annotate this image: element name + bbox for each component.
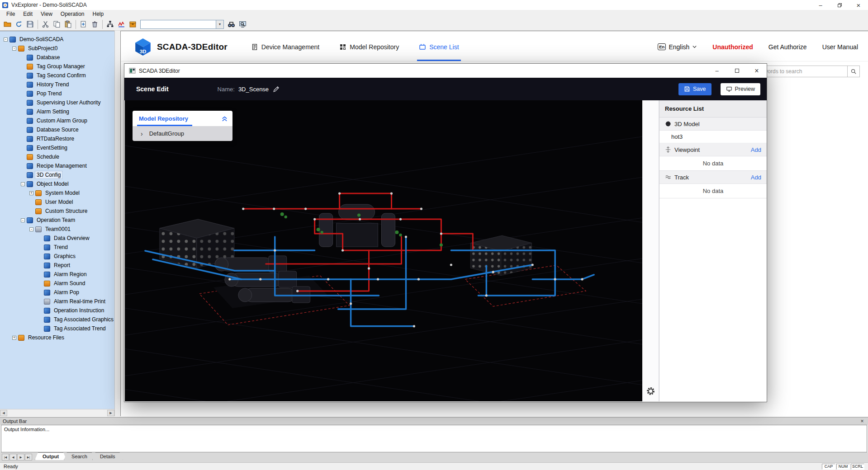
next-tab-icon[interactable]: ▶ <box>17 454 24 461</box>
resource-section-3d-model[interactable]: 3D Model <box>659 118 767 131</box>
dialog-close-button[interactable]: × <box>747 64 767 78</box>
first-tab-icon[interactable]: |◀ <box>2 454 9 461</box>
tree-item-alarm-region[interactable]: Alarm Region <box>0 270 114 279</box>
tab-search[interactable]: Search <box>64 452 95 460</box>
tree-item-recipe-management[interactable]: Recipe Management <box>0 161 114 170</box>
collapse-box-icon[interactable]: - <box>29 227 33 231</box>
output-close-icon[interactable]: × <box>859 418 865 424</box>
open-project-button[interactable] <box>2 19 13 30</box>
combo-dropdown-icon[interactable]: ▼ <box>216 20 224 29</box>
find-in-window-button[interactable] <box>237 19 248 30</box>
minimize-button[interactable]: – <box>811 0 830 10</box>
tree-item-tag-second-confirm[interactable]: Tag Second Confirm <box>0 71 114 80</box>
find-button[interactable] <box>226 19 237 30</box>
tab-device-management[interactable]: Device Management <box>251 33 319 61</box>
collapse-icon[interactable] <box>221 115 228 122</box>
scroll-left-icon[interactable]: ◀ <box>0 410 7 416</box>
settings-gear-icon[interactable] <box>646 386 655 396</box>
refresh-button[interactable] <box>13 19 24 30</box>
tree-item-alarm-real-time-print[interactable]: Alarm Real-time Print <box>0 297 114 306</box>
model-repository-header[interactable]: Model Repository <box>133 111 232 126</box>
tree-item-pop-trend[interactable]: Pop Trend <box>0 89 114 98</box>
tree-item-demo-soliscada[interactable]: -Demo-SoliSCADA <box>0 35 114 44</box>
menu-view[interactable]: View <box>37 10 56 18</box>
deploy-tree-button[interactable] <box>104 19 116 30</box>
tree-item-subproject0[interactable]: -SubProject0 <box>0 44 114 53</box>
tree-item-supervising-user-authority[interactable]: Supervising User Authority <box>0 98 114 107</box>
tree-item-graphics[interactable]: Graphics <box>0 252 114 261</box>
tree-item-schedule[interactable]: Schedule <box>0 152 114 161</box>
tree-item-team0001[interactable]: -Team0001 <box>0 225 114 234</box>
tree-item-tag-associated-trend[interactable]: Tag Associated Trend <box>0 324 114 333</box>
expand-chevron-icon[interactable]: › <box>141 130 143 137</box>
preview-button[interactable]: Preview <box>721 83 760 95</box>
tree-item-database-source[interactable]: Database Source <box>0 125 114 134</box>
search-button[interactable] <box>847 66 860 77</box>
language-selector[interactable]: En English <box>658 43 697 51</box>
tree-item-object-model[interactable]: -Object Model <box>0 179 114 188</box>
toolbar-combo-input[interactable] <box>140 20 216 29</box>
tree-horizontal-scrollbar[interactable]: ◀ ▶ <box>0 409 114 416</box>
tree-item-alarm-sound[interactable]: Alarm Sound <box>0 279 114 288</box>
tree-item-operation-team[interactable]: -Operation Team <box>0 216 114 225</box>
paste-button[interactable] <box>62 19 74 30</box>
tree-item-alarm-pop[interactable]: Alarm Pop <box>0 288 114 297</box>
collapse-box-icon[interactable]: - <box>4 38 8 42</box>
get-authorize-link[interactable]: Get Authorize <box>768 43 807 51</box>
save-button[interactable]: Save <box>678 83 711 95</box>
tree-item-custom-alarm-group[interactable]: Custom Alarm Group <box>0 116 114 125</box>
dialog-maximize-button[interactable] <box>727 64 747 78</box>
package-button[interactable] <box>127 19 138 30</box>
model-item-hot3[interactable]: hot3 <box>659 131 767 143</box>
model-group-row[interactable]: › DefaultGroup <box>133 126 232 141</box>
save-button[interactable] <box>24 19 36 30</box>
tab-output[interactable]: Output <box>35 452 66 460</box>
tree-item-data-overview[interactable]: Data Overview <box>0 234 114 243</box>
tree-item-alarm-setting[interactable]: Alarm Setting <box>0 107 114 116</box>
tree-item-custom-structure[interactable]: Custom Structure <box>0 207 114 216</box>
runtime-button[interactable] <box>116 19 127 30</box>
close-button[interactable]: × <box>849 0 868 10</box>
tree-item-eventsetting[interactable]: EventSetting <box>0 143 114 152</box>
tree-item-3d-config[interactable]: 3D Config <box>0 170 114 179</box>
expand-box-icon[interactable]: + <box>12 336 16 340</box>
tree-item-system-model[interactable]: +System Model <box>0 188 114 197</box>
delete-button[interactable] <box>89 19 100 30</box>
tree-item-tag-associated-graphics[interactable]: Tag Associated Graphics <box>0 315 114 324</box>
collapse-box-icon[interactable]: - <box>12 47 16 51</box>
tree-item-resource-files[interactable]: +Resource Files <box>0 333 114 342</box>
menu-file[interactable]: File <box>3 10 19 18</box>
tree-item-user-model[interactable]: User Model <box>0 197 114 207</box>
tree-item-trend[interactable]: Trend <box>0 243 114 252</box>
last-tab-icon[interactable]: ▶| <box>25 454 32 461</box>
collapse-box-icon[interactable]: - <box>21 182 25 186</box>
scroll-right-icon[interactable]: ▶ <box>107 410 114 416</box>
tree-item-database[interactable]: Database <box>0 53 114 62</box>
tree-item-operation-instruction[interactable]: Operation Instruction <box>0 306 114 315</box>
copy-button[interactable] <box>51 19 62 30</box>
prev-tab-icon[interactable]: ◀ <box>9 454 17 461</box>
user-manual-link[interactable]: User Manual <box>822 43 858 51</box>
dialog-minimize-button[interactable]: – <box>707 64 727 78</box>
tab-details[interactable]: Details <box>92 452 123 460</box>
add-viewpoint-link[interactable]: Add <box>751 146 761 153</box>
collapse-box-icon[interactable]: - <box>21 218 25 222</box>
tab-scene-list[interactable]: Scene List <box>419 33 459 61</box>
menu-edit[interactable]: Edit <box>19 10 36 18</box>
tree-item-report[interactable]: Report <box>0 261 114 270</box>
3d-scene-canvas[interactable] <box>125 100 642 401</box>
menu-help[interactable]: Help <box>89 10 108 18</box>
expand-box-icon[interactable]: + <box>29 191 33 195</box>
menu-operation[interactable]: Operation <box>57 10 88 18</box>
tree-item-rtdatarestore[interactable]: RTDataRestore <box>0 134 114 143</box>
add-track-link[interactable]: Add <box>751 174 761 181</box>
3d-viewport[interactable]: Model Repository › DefaultGroup <box>125 100 642 401</box>
tree-item-tag-group-manager[interactable]: Tag Group Manager <box>0 62 114 71</box>
edit-name-icon[interactable] <box>272 85 280 93</box>
restore-button[interactable] <box>830 0 849 10</box>
tree-item-history-trend[interactable]: History Trend <box>0 80 114 89</box>
new-item-button[interactable] <box>78 19 89 30</box>
tree-vertical-scrollbar[interactable] <box>114 31 121 416</box>
cut-button[interactable] <box>40 19 51 30</box>
tab-model-repository[interactable]: Model Repository <box>339 33 399 61</box>
